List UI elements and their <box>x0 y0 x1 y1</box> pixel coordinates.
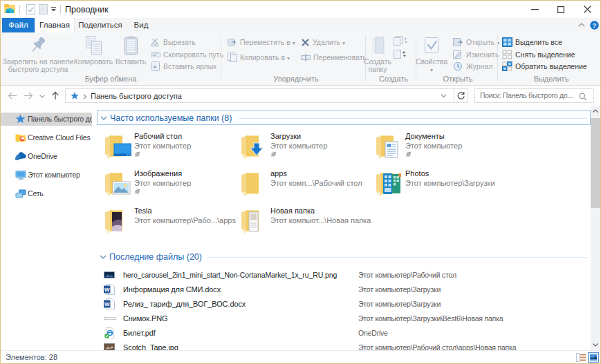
svg-text:W: W <box>104 301 110 307</box>
svg-text:W: W <box>104 287 110 293</box>
svg-text:?: ? <box>593 21 597 29</box>
